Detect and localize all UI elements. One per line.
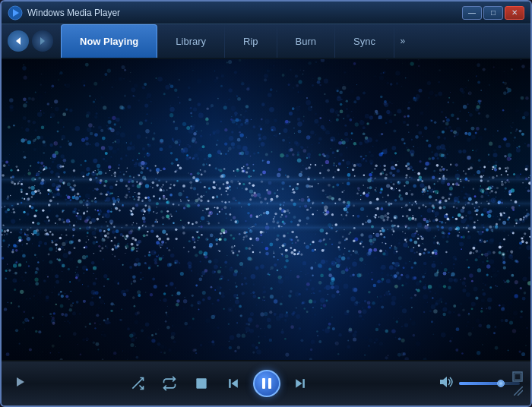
- controls-center: [40, 370, 398, 397]
- tab-sync[interactable]: Sync: [335, 24, 394, 58]
- close-button[interactable]: ✕: [505, 6, 524, 20]
- svg-marker-10: [296, 379, 302, 388]
- svg-rect-7: [229, 379, 231, 388]
- tab-library[interactable]: Library: [157, 24, 225, 58]
- title-bar: Windows Media Player — □ ✕: [2, 2, 530, 24]
- volume-slider[interactable]: [459, 382, 520, 385]
- repeat-button[interactable]: [157, 371, 182, 396]
- shuffle-button[interactable]: [125, 371, 150, 396]
- svg-rect-14: [515, 374, 521, 380]
- visualization-area: [2, 59, 530, 360]
- more-tabs-button[interactable]: »: [394, 24, 411, 58]
- volume-fill: [459, 382, 499, 385]
- stop-button[interactable]: [189, 371, 214, 396]
- svg-marker-4: [17, 377, 24, 386]
- tab-rip[interactable]: Rip: [225, 24, 277, 58]
- nav-tabs: Now Playing Library Rip Burn Sync »: [61, 24, 524, 58]
- volume-icon[interactable]: [439, 375, 453, 392]
- svg-rect-8: [262, 378, 265, 389]
- forward-button[interactable]: [32, 30, 53, 52]
- tab-burn[interactable]: Burn: [277, 24, 335, 58]
- nav-bar: Now Playing Library Rip Burn Sync »: [2, 24, 530, 59]
- back-button[interactable]: [8, 30, 29, 52]
- visualization-background: [2, 59, 530, 360]
- svg-marker-2: [16, 37, 21, 45]
- svg-rect-11: [302, 379, 305, 388]
- app-icon: [8, 5, 23, 21]
- svg-marker-3: [40, 37, 45, 45]
- mini-play-button[interactable]: [12, 375, 29, 392]
- controls-left: [12, 375, 40, 392]
- volume-thumb[interactable]: [497, 380, 505, 387]
- fullscreen-button[interactable]: [512, 371, 523, 384]
- minimize-button[interactable]: —: [462, 6, 482, 20]
- tab-now-playing[interactable]: Now Playing: [61, 24, 157, 58]
- controls-bar: [2, 360, 530, 405]
- window-title: Windows Media Player: [27, 8, 462, 18]
- controls-right: [398, 375, 520, 392]
- visualization-canvas: [2, 59, 530, 360]
- svg-rect-5: [196, 378, 206, 388]
- previous-button[interactable]: [221, 371, 245, 396]
- main-window: Windows Media Player — □ ✕ Now Playing L…: [0, 0, 532, 407]
- maximize-button[interactable]: □: [483, 6, 503, 20]
- svg-rect-9: [268, 378, 271, 389]
- svg-marker-12: [440, 377, 447, 387]
- pause-button[interactable]: [253, 370, 280, 397]
- resize-icon[interactable]: [514, 386, 523, 398]
- next-button[interactable]: [288, 371, 312, 396]
- svg-marker-6: [232, 379, 238, 388]
- nav-back-fwd: [8, 30, 53, 52]
- window-controls: — □ ✕: [462, 6, 524, 20]
